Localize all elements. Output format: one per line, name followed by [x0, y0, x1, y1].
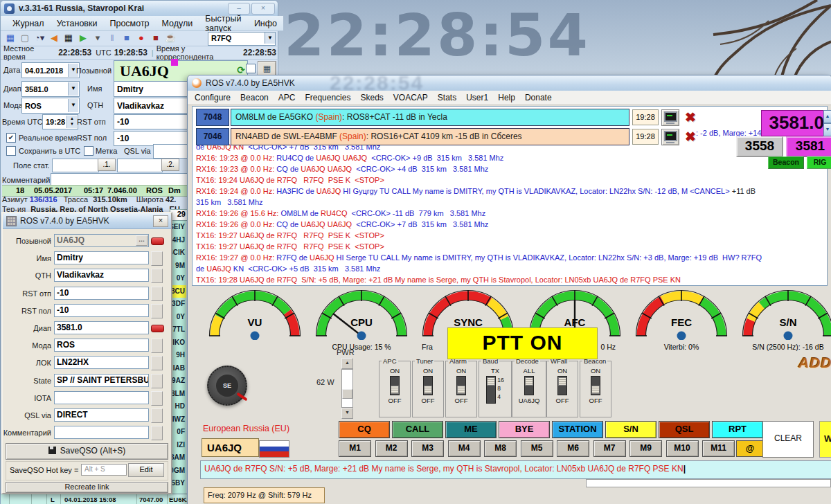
dialog-titlebar[interactable]: ROS v7.4.0 by EA5HVK × [3, 213, 171, 229]
minimize-button[interactable]: – [228, 3, 250, 15]
ros-menu-user1[interactable]: User1 [466, 93, 495, 102]
toggle-switch[interactable] [423, 376, 433, 395]
dialog-band-field[interactable]: 3581.0 [54, 321, 149, 334]
ellipsis-button[interactable]: … [136, 235, 148, 246]
chevron-down-icon[interactable]: ▼ [68, 82, 78, 96]
toggle-beacon[interactable]: BeaconONOFF [580, 361, 611, 417]
ros-menu-stats[interactable]: Stats [438, 93, 463, 102]
band-3558-button[interactable]: 3558 [736, 136, 783, 157]
hotkey-field[interactable]: Alt + S [81, 464, 127, 476]
memory-m5-button[interactable]: M5 [521, 440, 553, 457]
realtime-checkbox[interactable]: ✔ [6, 133, 16, 143]
dialog-qth-field[interactable]: Vladikavkaz [54, 269, 149, 282]
slider-down-icon[interactable]: ▼ [341, 408, 353, 419]
toggle-switch[interactable] [456, 376, 466, 395]
logger-menu-item[interactable]: Журнал [6, 19, 51, 28]
rig-button[interactable]: RIG [807, 156, 831, 169]
slider-up-icon[interactable]: ▲ [341, 358, 353, 369]
dialog-rst-rcvd-field[interactable]: -10 [54, 304, 149, 317]
side-button[interactable] [151, 287, 163, 301]
side-button[interactable] [151, 374, 163, 388]
tx-input-line[interactable]: UA6JQ de R7FQ S/N: +5 dB, Marge: +21 dB … [200, 460, 831, 479]
toggle-apc[interactable]: APCONOFF [379, 361, 411, 417]
macro-cq-button[interactable]: CQ [339, 421, 390, 438]
new-icon[interactable]: ▢ [18, 32, 32, 44]
dialog-qsl-via-field[interactable]: DIRECT [54, 408, 149, 422]
save-utc-checkbox[interactable] [6, 146, 16, 156]
toggle-handle[interactable] [457, 386, 465, 394]
pause-icon[interactable]: ‖ [105, 32, 119, 44]
memory-m3-button[interactable]: M3 [411, 440, 444, 457]
recreate-link-button[interactable]: Recreate link [6, 482, 168, 493]
chevron-down-icon[interactable]: ▼ [68, 99, 78, 112]
metka-checkbox[interactable] [84, 146, 93, 156]
sound-icon[interactable]: ◀ [47, 32, 61, 44]
macro-qsl-button[interactable]: QSL [659, 421, 710, 438]
toggle-baud[interactable]: BaudTX1684 [479, 361, 512, 417]
memory-m1-button[interactable]: M1 [339, 440, 371, 457]
memory-m2-button[interactable]: M2 [375, 440, 408, 457]
close-icon[interactable]: × [153, 215, 168, 227]
ros-titlebar[interactable]: ROS v7.4.0 by EA5HVK 22:28:54 [188, 75, 831, 91]
callsign-checkbox[interactable] [246, 64, 256, 73]
memory-m6-button[interactable]: M6 [557, 440, 589, 457]
spinner-arrows-icon[interactable]: ▲▼ [66, 116, 77, 128]
stop2-icon[interactable]: ■ [149, 32, 163, 44]
stat-button-2[interactable]: .2. [161, 159, 179, 171]
play-icon[interactable]: ▶ [76, 32, 90, 44]
logger-menu-item[interactable]: Просмотр [103, 19, 155, 28]
pwr-slider-thumb[interactable] [342, 389, 352, 399]
toggle-wfall[interactable]: WFallONOFF [546, 361, 578, 417]
my-callsign-field[interactable]: UA6JQ [202, 438, 259, 457]
save-icon[interactable]: ▦ [3, 32, 17, 44]
ros-menu-beacon[interactable]: Beacon [240, 93, 276, 102]
mode-field[interactable]: ROS ▼ [21, 98, 80, 114]
logger-menu-item[interactable]: Установки [51, 19, 104, 28]
floppy-icon[interactable]: ▦ [62, 32, 75, 44]
ros-menu-frequencies[interactable]: Frequencies [305, 93, 357, 102]
memory-m11-button[interactable]: M11 [702, 440, 735, 457]
side-button[interactable] [151, 251, 163, 266]
cup-icon[interactable]: ☕ [163, 32, 177, 44]
monitor-icon[interactable] [661, 109, 679, 126]
se-knob[interactable]: SE [207, 366, 247, 406]
dismiss-icon[interactable]: ✖ [681, 109, 699, 126]
side-button[interactable] [151, 391, 163, 406]
edit-button[interactable]: Edit [128, 463, 164, 477]
ros-menu-voacap[interactable]: VOACAP [393, 93, 435, 102]
toggle-handle[interactable] [591, 386, 600, 394]
dialog-state-field[interactable]: SP // SAINT PETERSBU [54, 374, 149, 387]
side-button[interactable] [151, 356, 163, 370]
toggle-switch[interactable] [557, 376, 567, 395]
chevron-down-icon[interactable]: ▼ [265, 33, 275, 44]
macro-call-button[interactable]: CALL [392, 421, 443, 438]
close-button[interactable]: × [251, 3, 275, 15]
red-dash-button[interactable] [151, 237, 164, 245]
spinner-up-icon[interactable]: ▲ [823, 110, 831, 123]
ros-menu-help[interactable]: Help [498, 93, 522, 102]
side-button[interactable] [151, 304, 163, 318]
alert-row[interactable]: 7048 OM8LM de EA5GKO (Spain): ROS8+CAT -… [196, 109, 699, 126]
at-button[interactable]: @ [736, 440, 764, 457]
macro-bye-button[interactable]: BYE [499, 421, 550, 438]
side-button[interactable] [151, 408, 163, 423]
dialog-rst-sent-field[interactable]: -10 [54, 287, 149, 300]
toggle-handle[interactable] [424, 386, 432, 394]
wa-button[interactable]: WA [819, 421, 831, 458]
pwr-slider-track[interactable] [341, 369, 353, 408]
macro-station-button[interactable]: STATION [552, 421, 603, 438]
toggle-switch[interactable] [390, 376, 400, 395]
stat-field-1[interactable] [52, 159, 99, 172]
toggle-decode[interactable]: DecodeALLUA6JQ [512, 361, 546, 417]
macro-me-button[interactable]: ME [445, 421, 497, 438]
macro-rpt-button[interactable]: RPT [712, 421, 763, 438]
side-button[interactable] [151, 426, 163, 440]
memory-m8-button[interactable]: M8 [484, 440, 517, 457]
spinner-down-icon[interactable]: ▼ [823, 123, 831, 136]
band-3581-button[interactable]: 3581 [786, 136, 831, 157]
red-dash-button[interactable] [151, 325, 164, 332]
dialog-name-field[interactable]: Dmitry [54, 251, 149, 264]
ros-menu-configure[interactable]: Configure [195, 93, 238, 102]
stop-icon[interactable]: ■ [120, 32, 134, 44]
dialog-callsign-field[interactable]: UA6JQ… [54, 234, 149, 247]
